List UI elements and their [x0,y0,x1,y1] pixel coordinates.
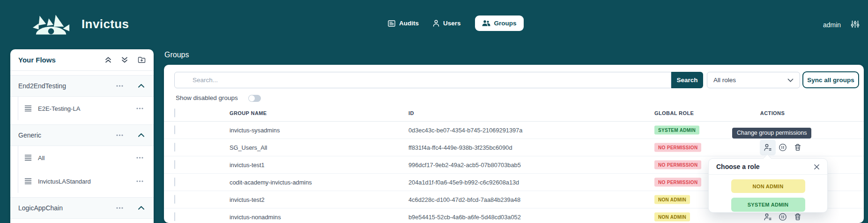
group-id: 204a1d1f-f0a6-45e9-b992-c6c92608a13d [408,178,519,185]
group-name: invictus-test1 [230,161,265,168]
sidebar-item-e2e-testing-la[interactable]: E2E-Testing-LA [18,97,154,120]
tab-audits[interactable]: Audits [388,20,419,27]
chevron-up-icon[interactable] [138,133,144,137]
group-id: 996dcf17-9eb2-49a2-acb5-07b80703bab5 [408,161,521,168]
tab-label: Users [443,20,461,27]
table-row[interactable]: SG_Users_Allff831f4a-ffc4-449e-938b-3f23… [164,138,864,156]
global-role-badge: NO PERMISSION [654,160,701,169]
column-header-global-role: GLOBAL ROLE [654,110,694,116]
sidebar-section-generic[interactable]: Generic [10,124,154,146]
role-popup-options: NON ADMINSYSTEM ADMIN [709,179,827,212]
row-checkbox[interactable] [174,195,175,204]
close-icon[interactable] [814,164,820,170]
invictus-logo [32,13,70,35]
sidebar-section: End2EndTesting E2E-Testing-LA [10,75,154,120]
tooltip: Change group permissions [732,128,811,138]
row-checkbox[interactable] [174,143,175,152]
sidebar-section: LogicAppChain [10,197,154,219]
group-name: invictus-test2 [230,196,265,203]
tab-users[interactable]: Users [433,20,461,27]
role-option-non-admin[interactable]: NON ADMIN [731,179,805,193]
search-button[interactable]: Search [671,72,703,88]
flow-item-label: InvictusLAStandard [38,178,130,185]
chevron-up-icon[interactable] [138,206,144,210]
sidebar-section-logicappchain[interactable]: LogicAppChain [10,197,154,219]
global-role-badge: NON ADMIN [654,195,690,204]
role-filter-value: All roles [713,77,736,84]
search-input[interactable] [174,72,671,88]
more-options-icon[interactable] [136,108,143,109]
change-group-permissions-icon[interactable] [764,213,772,221]
more-options-icon[interactable] [116,207,123,209]
sliders-icon[interactable] [851,20,860,28]
disable-group-icon[interactable] [779,213,787,221]
global-role-badge: NO PERMISSION [654,177,701,186]
sidebar-section: Generic All InvictusLAStandard [10,124,154,193]
sidebar-header: Your Flows [10,49,154,71]
popup-title: Choose a role [716,163,760,170]
more-options-icon[interactable] [116,134,123,136]
page-title: Groups [164,51,189,59]
group-name: SG_Users_All [230,144,267,151]
groups-icon [482,20,490,26]
section-label: LogicAppChain [18,204,116,212]
choose-role-popup: Choose a role NON ADMINSYSTEM ADMIN [708,158,828,213]
flows-sidebar: Your Flows End2EndTesting E2E-Testing-LA… [10,49,154,223]
group-name: invictus-nonadmins [230,213,281,220]
group-name: codit-academy-invictus-admins [230,178,312,185]
group-name: invictus-sysadmins [230,126,280,133]
flow-item-label: All [38,154,130,161]
tab-label: Audits [399,20,419,27]
username[interactable]: admin [823,21,841,29]
row-checkbox[interactable] [174,177,175,186]
row-checkbox[interactable] [174,212,175,221]
tab-groups[interactable]: Groups [475,15,524,31]
show-disabled-toggle[interactable] [248,95,261,102]
add-folder-icon[interactable] [138,56,146,63]
change-group-permissions-icon[interactable] [760,139,776,155]
delete-group-icon[interactable] [794,213,802,221]
sidebar-item-all[interactable]: All [18,146,154,169]
tab-label: Groups [494,20,517,27]
flow-icon [24,105,32,112]
brand-title: Invictus [82,17,129,31]
sync-all-groups-button[interactable]: Sync all groups [802,71,859,88]
delete-group-icon[interactable] [794,143,802,152]
flow-icon [24,154,32,161]
group-id: 4c6d228c-d100-47d2-bfcd-7aa84b239a48 [408,196,520,203]
nav-tabs: Audits Users Groups [388,15,524,32]
expand-all-icon[interactable] [121,57,128,63]
group-id: 0d3ec43c-be07-4354-b745-21069291397a [408,126,522,133]
chevron-down-icon [787,78,794,82]
row-checkbox[interactable] [174,125,175,134]
flow-item-label: E2E-Testing-LA [38,105,130,112]
chevron-up-icon[interactable] [138,84,144,88]
section-label: End2EndTesting [18,82,116,90]
sidebar-section-end2endtesting[interactable]: End2EndTesting [10,75,154,97]
audits-icon [388,20,395,27]
global-role-badge: SYSTEM ADMIN [654,125,699,134]
sidebar-title: Your Flows [18,56,105,64]
more-options-icon[interactable] [116,85,123,87]
column-header-group-name: GROUP NAME [230,110,267,116]
row-actions [764,143,802,152]
group-id: ff831f4a-ffc4-449e-938b-3f235bc6090d [408,144,512,151]
section-label: Generic [18,131,116,139]
role-filter-select[interactable]: All roles [707,72,800,88]
select-all-checkbox[interactable] [174,108,175,117]
column-header-id: ID [408,110,414,116]
sidebar-tools [105,56,146,63]
sidebar-item-invictuslastandard[interactable]: InvictusLAStandard [18,169,154,193]
group-id: b9e54415-52cb-4a6b-a6fe-5d48cd03a052 [408,213,521,220]
disable-group-icon[interactable] [779,143,787,152]
sidebar-sections: End2EndTesting E2E-Testing-LA Generic Al… [10,75,154,219]
row-checkbox[interactable] [174,160,175,169]
column-header-actions: ACTIONS [749,110,796,116]
more-options-icon[interactable] [136,157,143,159]
more-options-icon[interactable] [136,180,143,182]
global-role-badge: NO PERMISSION [654,143,701,152]
role-option-system-admin[interactable]: SYSTEM ADMIN [731,198,805,212]
collapse-all-icon[interactable] [105,57,111,63]
users-icon [433,20,439,27]
table-header-row: GROUP NAME ID GLOBAL ROLE ACTIONS [164,105,864,122]
